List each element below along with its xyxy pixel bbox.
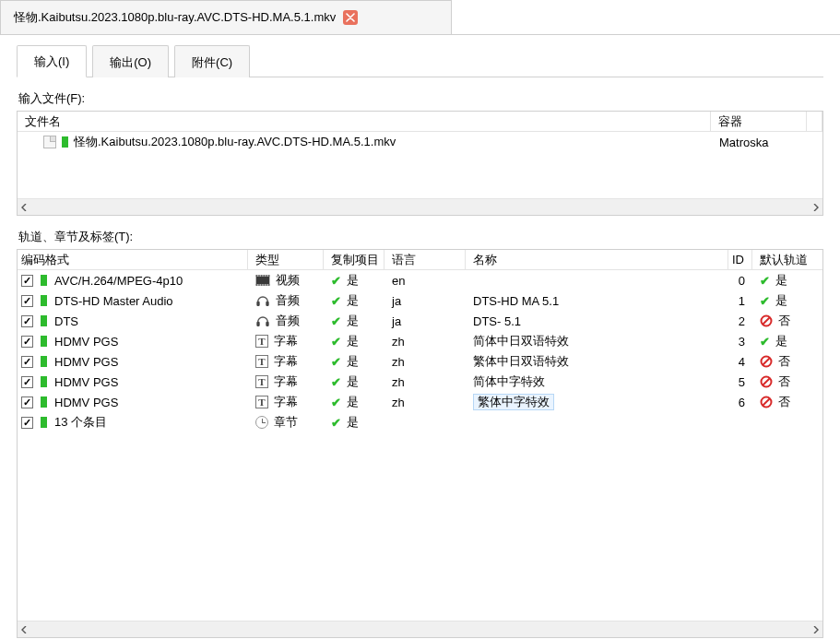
track-checkbox[interactable] [21, 376, 33, 388]
track-type: 字幕 [274, 353, 298, 370]
status-bar-icon [41, 275, 47, 286]
scroll-track[interactable] [32, 621, 808, 637]
check-icon: ✔ [331, 274, 341, 288]
file-name: 怪物.Kaibutsu.2023.1080p.blu-ray.AVC.DTS-H… [74, 134, 396, 150]
check-icon: ✔ [331, 396, 341, 409]
close-icon[interactable] [343, 10, 358, 25]
track-codec: 13 个条目 [54, 414, 107, 431]
col-lang[interactable]: 语言 [385, 250, 466, 269]
svg-rect-13 [256, 302, 259, 306]
check-icon: ✔ [331, 355, 341, 369]
scroll-track[interactable] [32, 199, 808, 215]
col-end [807, 112, 822, 131]
svg-rect-7 [267, 275, 268, 276]
col-name[interactable]: 名称 [466, 250, 728, 269]
col-container[interactable]: 容器 [711, 112, 807, 131]
track-checkbox[interactable] [21, 315, 33, 327]
hscrollbar[interactable] [18, 621, 822, 637]
tracks-label: 轨道、章节及标签(T): [18, 229, 823, 245]
copy-text: 是 [347, 414, 359, 431]
svg-rect-4 [260, 275, 261, 276]
track-checkbox[interactable] [21, 356, 33, 368]
track-row[interactable]: HDMV PGST字幕✔是zh繁体中字特效6 否 [18, 392, 822, 412]
col-default[interactable]: 默认轨道 [752, 250, 822, 269]
tracks-table: 编码格式 类型 复制项目 语言 名称 ID 默认轨道 AVC/H.264/MPE… [17, 249, 823, 638]
window-tab-title: 怪物.Kaibutsu.2023.1080p.blu-ray.AVC.DTS-H… [14, 9, 336, 26]
track-checkbox[interactable] [21, 396, 33, 408]
track-type: 字幕 [274, 373, 298, 390]
col-filename[interactable]: 文件名 [18, 112, 711, 131]
svg-rect-12 [267, 284, 268, 285]
copy-text: 是 [347, 272, 359, 289]
track-codec: AVC/H.264/MPEG-4p10 [54, 274, 183, 288]
track-lang: zh [392, 375, 405, 389]
svg-rect-3 [257, 275, 258, 276]
track-checkbox[interactable] [21, 336, 33, 348]
track-codec: HDMV PGS [54, 375, 118, 389]
col-codec[interactable]: 编码格式 [18, 250, 248, 269]
track-row[interactable]: DTS音频✔是jaDTS- 5.12 否 [18, 311, 822, 331]
status-bar-icon [41, 336, 47, 347]
track-name-input[interactable]: 繁体中字特效 [473, 394, 554, 410]
svg-rect-15 [256, 322, 259, 326]
status-bar-icon [41, 417, 47, 428]
svg-rect-14 [266, 302, 268, 306]
scroll-left-icon[interactable] [18, 622, 32, 637]
tab-attachments[interactable]: 附件(C) [174, 45, 250, 77]
track-id: 2 [739, 314, 745, 328]
track-lang: ja [392, 294, 401, 308]
tab-label: 附件(C) [192, 54, 232, 71]
track-checkbox[interactable] [21, 295, 33, 307]
section-tabs: 输入(I) 输出(O) 附件(C) [17, 44, 823, 77]
track-lang: zh [392, 355, 405, 369]
track-name: DTS- 5.1 [473, 314, 521, 328]
check-icon: ✔ [331, 314, 341, 328]
track-checkbox[interactable] [21, 275, 33, 287]
track-checkbox[interactable] [21, 417, 33, 429]
window-tab[interactable]: 怪物.Kaibutsu.2023.1080p.blu-ray.AVC.DTS-H… [0, 0, 452, 35]
svg-rect-9 [260, 284, 261, 285]
svg-line-20 [763, 358, 770, 365]
status-bar-icon [41, 315, 47, 326]
tab-output[interactable]: 输出(O) [92, 45, 169, 77]
hscrollbar[interactable] [18, 198, 822, 215]
scroll-right-icon[interactable] [808, 200, 822, 215]
svg-rect-8 [257, 284, 258, 285]
tab-input[interactable]: 输入(I) [17, 45, 87, 77]
forbidden-icon [760, 314, 773, 327]
tracks-body: AVC/H.264/MPEG-4p10视频✔是en0✔ 是DTS-HD Mast… [18, 270, 822, 621]
subtitle-icon: T [255, 355, 268, 368]
svg-rect-10 [262, 284, 263, 285]
col-copy[interactable]: 复制项目 [324, 250, 385, 269]
tab-label: 输入(I) [34, 53, 69, 70]
svg-rect-16 [266, 322, 268, 326]
track-row[interactable]: AVC/H.264/MPEG-4p10视频✔是en0✔ 是 [18, 270, 822, 290]
check-icon: ✔ [331, 375, 341, 389]
track-row[interactable]: DTS-HD Master Audio音频✔是jaDTS-HD MA 5.11✔… [18, 290, 822, 311]
track-row[interactable]: 13 个条目章节✔是 [18, 412, 822, 432]
subtitle-icon: T [255, 375, 268, 388]
copy-text: 是 [347, 373, 359, 390]
track-row[interactable]: HDMV PGST字幕✔是zh简体中日双语特效3✔ 是 [18, 331, 822, 351]
track-id: 5 [739, 375, 745, 389]
forbidden-icon [760, 396, 773, 408]
track-id: 1 [739, 294, 745, 308]
col-type[interactable]: 类型 [248, 250, 324, 269]
track-lang: zh [392, 396, 405, 409]
track-codec: HDMV PGS [54, 355, 118, 369]
default-text: 是 [775, 272, 787, 289]
subtitle-icon: T [255, 396, 268, 408]
check-icon: ✔ [760, 335, 770, 349]
track-row[interactable]: HDMV PGST字幕✔是zh繁体中日双语特效4 否 [18, 351, 822, 372]
copy-text: 是 [347, 394, 359, 410]
audio-icon [255, 314, 270, 327]
track-id: 6 [739, 396, 745, 409]
file-row[interactable]: 怪物.Kaibutsu.2023.1080p.blu-ray.AVC.DTS-H… [18, 132, 822, 152]
track-row[interactable]: HDMV PGST字幕✔是zh简体中字特效5 否 [18, 372, 822, 392]
col-id[interactable]: ID [728, 250, 752, 269]
scroll-right-icon[interactable] [808, 622, 822, 637]
audio-icon [255, 294, 270, 307]
svg-rect-11 [265, 284, 266, 285]
scroll-left-icon[interactable] [18, 200, 32, 215]
copy-text: 是 [347, 313, 359, 329]
